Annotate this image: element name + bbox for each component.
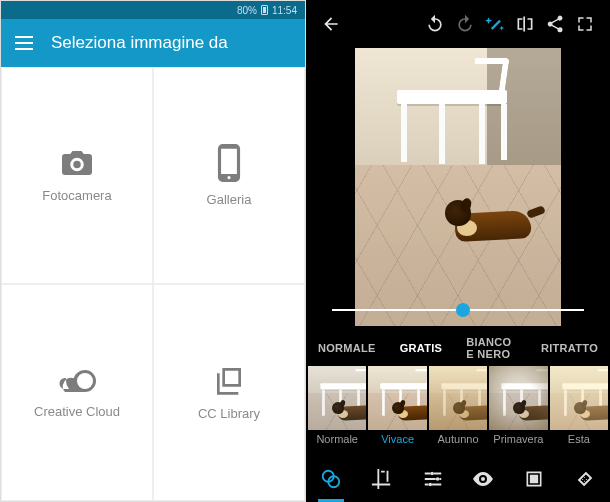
svg-point-3 [435, 477, 439, 481]
source-label: Fotocamera [42, 188, 111, 203]
looks-icon [320, 468, 342, 490]
battery-icon [261, 5, 268, 15]
frame-icon [524, 469, 544, 489]
compare-icon [515, 14, 535, 34]
tab-normale[interactable]: NORMALE [306, 342, 388, 354]
eye-icon [471, 467, 495, 491]
filter-primavera[interactable]: Primavera [489, 366, 547, 456]
tab-bianco-nero[interactable]: BIANCO E NERO [454, 336, 529, 360]
filter-vivace[interactable]: Vivace [368, 366, 426, 456]
svg-point-4 [428, 483, 432, 487]
editor-canvas[interactable] [306, 44, 610, 330]
intensity-slider[interactable] [332, 302, 584, 318]
share-icon [545, 14, 565, 34]
filter-label: Esta [568, 433, 590, 445]
magic-wand-icon [485, 14, 505, 34]
undo-button[interactable] [420, 14, 450, 34]
compare-button[interactable] [510, 14, 540, 34]
source-label: CC Library [198, 406, 260, 421]
fullscreen-button[interactable] [570, 15, 600, 33]
crop-icon [371, 468, 393, 490]
back-button[interactable] [316, 14, 346, 34]
redo-button[interactable] [450, 14, 480, 34]
tool-heal[interactable] [564, 456, 606, 502]
source-cc-library[interactable]: CC Library [153, 284, 305, 501]
status-bar: 80% 11:54 [1, 1, 305, 19]
camera-icon [58, 148, 96, 178]
tab-ritratto[interactable]: RITRATTO [529, 342, 610, 354]
bandaid-icon [574, 468, 596, 490]
tool-redeye[interactable] [462, 456, 504, 502]
auto-enhance-button[interactable] [480, 14, 510, 34]
photo-preview [355, 48, 561, 326]
source-grid: Fotocamera Galleria Creative Cloud CC Li… [1, 67, 305, 501]
undo-icon [425, 14, 445, 34]
filter-autunno[interactable]: Autunno [429, 366, 487, 456]
arrow-left-icon [321, 14, 341, 34]
menu-icon[interactable] [15, 36, 33, 50]
library-icon [213, 364, 245, 396]
app-bar: Seleziona immagine da [1, 19, 305, 67]
source-gallery[interactable]: Galleria [153, 67, 305, 284]
filter-label: Autunno [438, 433, 479, 445]
editor-bottombar [306, 456, 610, 502]
sliders-icon [422, 468, 444, 490]
tool-adjust[interactable] [412, 456, 454, 502]
filter-label: Vivace [381, 433, 414, 445]
editor-topbar [306, 4, 610, 44]
source-camera[interactable]: Fotocamera [1, 67, 153, 284]
source-creative-cloud[interactable]: Creative Cloud [1, 284, 153, 501]
filter-label: Primavera [493, 433, 543, 445]
fullscreen-icon [576, 15, 594, 33]
editor-screen: NORMALE GRATIS BIANCO E NERO RITRATTO No… [306, 0, 610, 502]
source-label: Galleria [207, 192, 252, 207]
filter-label: Normale [316, 433, 358, 445]
tool-crop[interactable] [361, 456, 403, 502]
tool-looks[interactable] [310, 456, 352, 502]
creative-cloud-icon [55, 366, 99, 394]
tab-gratis[interactable]: GRATIS [388, 342, 455, 354]
phone-icon [217, 144, 241, 182]
filter-estate[interactable]: Esta [550, 366, 608, 456]
filter-thumbnails: Normale Vivace Autunno Primavera Esta [306, 366, 610, 456]
page-title: Seleziona immagine da [51, 33, 228, 53]
source-picker-screen: 80% 11:54 Seleziona immagine da Fotocame… [0, 0, 306, 502]
source-label: Creative Cloud [34, 404, 120, 419]
share-button[interactable] [540, 14, 570, 34]
tool-frames[interactable] [513, 456, 555, 502]
status-time: 11:54 [272, 5, 297, 16]
filter-category-tabs: NORMALE GRATIS BIANCO E NERO RITRATTO [306, 330, 610, 366]
battery-pct: 80% [237, 5, 257, 16]
filter-normale[interactable]: Normale [308, 366, 366, 456]
redo-icon [455, 14, 475, 34]
svg-point-2 [430, 472, 434, 476]
